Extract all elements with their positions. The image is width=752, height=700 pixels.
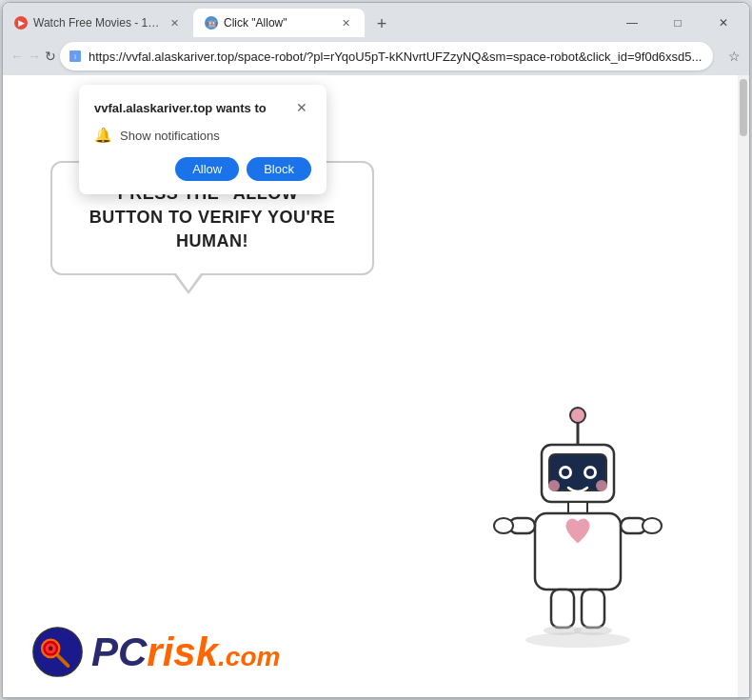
pcrisk-text-group: PCrisk.com (91, 630, 280, 675)
bookmark-button[interactable]: ☆ (721, 43, 747, 70)
svg-rect-20 (551, 590, 574, 628)
window-controls: — □ ✕ (610, 9, 749, 37)
tab1-title: Watch Free Movies - 123movie... (33, 16, 161, 30)
popup-notification-text: Show notifications (120, 129, 220, 143)
minimize-button[interactable]: — (610, 9, 654, 37)
refresh-button[interactable]: ↻ (45, 43, 56, 70)
tabs-row: ▶ Watch Free Movies - 123movie... ✕ 🤖 Cl… (3, 3, 749, 37)
notification-popup: vvfal.alaskariver.top wants to ✕ 🔔 Show … (79, 85, 327, 194)
tab2-close[interactable]: ✕ (338, 15, 353, 30)
svg-point-12 (548, 480, 560, 491)
robot-svg (483, 402, 673, 650)
tab-2[interactable]: 🤖 Click "Allow" ✕ (193, 9, 365, 37)
pcrisk-pc-text: PCrisk.com (91, 630, 280, 674)
popup-close-button[interactable]: ✕ (292, 98, 311, 117)
address-bar-row: ← → ↻ i https://vvfal.alaskariver.top/sp… (3, 37, 749, 75)
svg-point-17 (494, 518, 513, 533)
svg-rect-21 (582, 590, 604, 628)
scrollbar-thumb[interactable] (740, 79, 747, 136)
popup-header: vvfal.alaskariver.top wants to ✕ (94, 98, 311, 117)
popup-site-text: vvfal.alaskariver.top wants to (94, 101, 267, 115)
title-bar: ▶ Watch Free Movies - 123movie... ✕ 🤖 Cl… (3, 3, 749, 75)
svg-point-13 (596, 480, 607, 491)
svg-point-24 (525, 632, 630, 648)
allow-button[interactable]: Allow (175, 157, 239, 181)
popup-buttons: Allow Block (94, 157, 311, 181)
scrollbar[interactable] (738, 75, 749, 697)
svg-point-19 (643, 518, 662, 533)
page-content: vvfal.alaskariver.top wants to ✕ 🔔 Show … (3, 75, 749, 697)
security-icon: i (68, 49, 83, 64)
maximize-button[interactable]: □ (656, 9, 700, 37)
block-button[interactable]: Block (247, 157, 311, 181)
svg-point-3 (570, 408, 585, 423)
close-button[interactable]: ✕ (702, 9, 745, 37)
pcrisk-logo: PCrisk.com (31, 626, 280, 678)
browser-window: ▶ Watch Free Movies - 123movie... ✕ 🤖 Cl… (2, 2, 750, 698)
svg-point-11 (586, 469, 594, 476)
popup-notification-row: 🔔 Show notifications (94, 127, 311, 144)
url-text: https://vvfal.alaskariver.top/space-robo… (89, 50, 702, 64)
address-actions: ☆ 👤 ⋮ (721, 43, 752, 70)
tab1-favicon: ▶ (14, 16, 28, 30)
svg-rect-14 (568, 502, 587, 513)
robot-illustration (483, 402, 673, 640)
tab1-close[interactable]: ✕ (167, 15, 182, 30)
pcrisk-icon (31, 626, 84, 678)
tab-1[interactable]: ▶ Watch Free Movies - 123movie... ✕ (3, 9, 193, 37)
address-field[interactable]: i https://vvfal.alaskariver.top/space-ro… (60, 42, 713, 70)
forward-button[interactable]: → (28, 43, 41, 70)
bell-icon: 🔔 (94, 127, 112, 144)
back-button[interactable]: ← (10, 43, 24, 70)
svg-point-8 (562, 469, 569, 476)
svg-point-28 (49, 647, 53, 651)
new-tab-button[interactable]: + (368, 10, 395, 37)
tab2-title: Click "Allow" (224, 16, 332, 30)
tab2-favicon: 🤖 (205, 16, 218, 30)
